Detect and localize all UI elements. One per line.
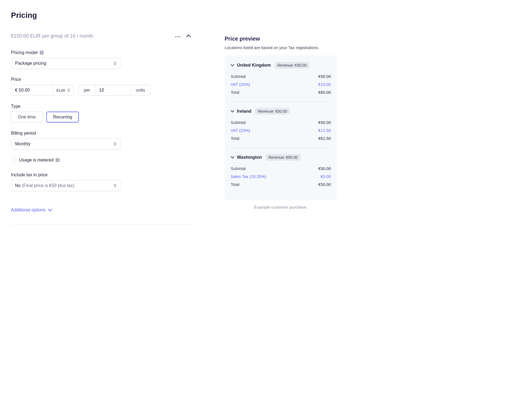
price-preview-subtitle: Locations listed are based on your Tax r… [225, 45, 337, 50]
additional-options-link[interactable]: Additional options [11, 208, 52, 212]
breakdown-value: €60.00 [318, 90, 331, 95]
breakdown-label: VAT (20%) [231, 82, 250, 87]
location-header[interactable]: Washington Revenue: €50.00 [231, 152, 331, 165]
svg-point-2 [179, 36, 180, 37]
breakdown-label: Total [231, 136, 239, 141]
breakdown-row: Total€60.00 [231, 88, 331, 96]
breakdown-label: Total [231, 90, 239, 95]
location-block: United Kingdom Revenue: €50.00Subtotal€5… [231, 60, 331, 106]
breakdown-row: Subtotal€50.00 [231, 118, 331, 126]
type-one-time-button[interactable]: One time [11, 112, 42, 123]
collapse-button[interactable] [185, 33, 192, 39]
location-breakdown: Subtotal€50.00VAT (23%)€11.50Total€61.50 [231, 118, 331, 145]
svg-point-0 [175, 36, 176, 37]
include-tax-select[interactable]: No (Final price is €50 plus tax) [11, 180, 121, 191]
chevron-down-icon [48, 208, 52, 212]
breakdown-value: €11.50 [318, 128, 331, 133]
breakdown-value: €10.00 [318, 82, 331, 87]
location-breakdown: Subtotal€50.00Sales Tax (10.25%)€0.00Tot… [231, 165, 331, 191]
revenue-badge: Revenue: €50.00 [255, 108, 290, 115]
breakdown-value: €50.00 [318, 120, 331, 125]
breakdown-value: €0.00 [321, 174, 331, 179]
revenue-badge: Revenue: €50.00 [275, 62, 310, 69]
info-icon[interactable]: i [40, 51, 44, 55]
breakdown-value: €50.00 [318, 74, 331, 79]
price-input[interactable] [11, 85, 52, 95]
breakdown-label: VAT (23%) [231, 128, 250, 133]
breakdown-label: Subtotal [231, 120, 246, 125]
location-divider [231, 102, 331, 102]
billing-period-value: Monthly [15, 141, 30, 146]
breakdown-value: €50.00 [318, 182, 331, 187]
location-header[interactable]: Ireland Revenue: €50.00 [231, 106, 331, 118]
breakdown-row: Total€61.50 [231, 134, 331, 142]
svg-point-1 [177, 36, 178, 37]
page-title: Pricing [11, 11, 192, 20]
tax-row: VAT (20%)€10.00 [231, 80, 331, 88]
price-preview-card: United Kingdom Revenue: €50.00Subtotal€5… [225, 55, 337, 198]
location-name: Ireland [237, 109, 251, 114]
breakdown-label: Subtotal [231, 166, 246, 171]
chevron-down-icon [231, 63, 234, 67]
chevron-down-icon [231, 109, 234, 114]
include-tax-label: Include tax in price [11, 172, 192, 177]
usage-metered-label: Usage is metered i [19, 158, 59, 163]
currency-select[interactable]: EUR [52, 85, 73, 95]
breakdown-row: Subtotal€50.00 [231, 72, 331, 80]
tax-row: VAT (23%)€11.50 [231, 126, 331, 134]
billing-period-select[interactable]: Monthly [11, 138, 121, 149]
pricing-model-value: Package pricing [15, 61, 46, 66]
chevron-up-icon [186, 34, 191, 38]
location-name: Washington [237, 155, 262, 160]
updown-caret-icon [114, 184, 116, 187]
type-label: Type [11, 104, 192, 109]
include-tax-value: No (Final price is €50 plus tax) [15, 183, 74, 188]
updown-caret-icon [67, 89, 70, 92]
pricing-model-label: Pricing model i [11, 50, 192, 55]
breakdown-value: €61.50 [318, 136, 331, 141]
info-icon[interactable]: i [56, 158, 59, 162]
breakdown-row: Total€50.00 [231, 180, 331, 188]
section-divider [11, 225, 192, 225]
chevron-down-icon [231, 155, 234, 160]
tax-row: Sales Tax (10.25%)€0.00 [231, 172, 331, 180]
more-actions-button[interactable] [174, 33, 181, 39]
billing-period-label: Billing period [11, 131, 192, 136]
type-recurring-button[interactable]: Recurring [46, 112, 79, 123]
location-block: Washington Revenue: €50.00Subtotal€50.00… [231, 152, 331, 195]
breakdown-value: €50.00 [318, 166, 331, 171]
price-label: Price [11, 77, 192, 82]
per-unit-label: units [131, 85, 150, 95]
breakdown-row: Subtotal€50.00 [231, 165, 331, 172]
per-quantity-input[interactable] [95, 85, 131, 95]
location-name: United Kingdom [237, 63, 271, 68]
location-block: Ireland Revenue: €50.00Subtotal€50.00VAT… [231, 106, 331, 152]
usage-metered-checkbox[interactable] [11, 158, 16, 163]
pricing-summary-row: €150.00 EUR per group of 10 / month [11, 33, 192, 39]
location-divider [231, 148, 331, 148]
per-label: per [79, 85, 95, 95]
breakdown-label: Sales Tax (10.25%) [231, 174, 266, 179]
breakdown-label: Subtotal [231, 74, 246, 79]
revenue-badge: Revenue: €50.00 [266, 154, 301, 161]
location-breakdown: Subtotal€50.00VAT (20%)€10.00Total€60.00 [231, 72, 331, 99]
breakdown-label: Total [231, 182, 239, 187]
currency-value: EUR [56, 88, 65, 93]
location-header[interactable]: United Kingdom Revenue: €50.00 [231, 60, 331, 72]
updown-caret-icon [114, 142, 116, 146]
receipt-edge-decoration [225, 197, 337, 201]
updown-caret-icon [114, 62, 116, 65]
pricing-model-select[interactable]: Package pricing [11, 58, 121, 69]
price-preview-title: Price preview [225, 36, 337, 42]
example-purchase-note: Example customer purchase. [225, 205, 337, 209]
pricing-summary-text: €150.00 EUR per group of 10 / month [11, 33, 93, 39]
ellipsis-icon [175, 34, 180, 38]
